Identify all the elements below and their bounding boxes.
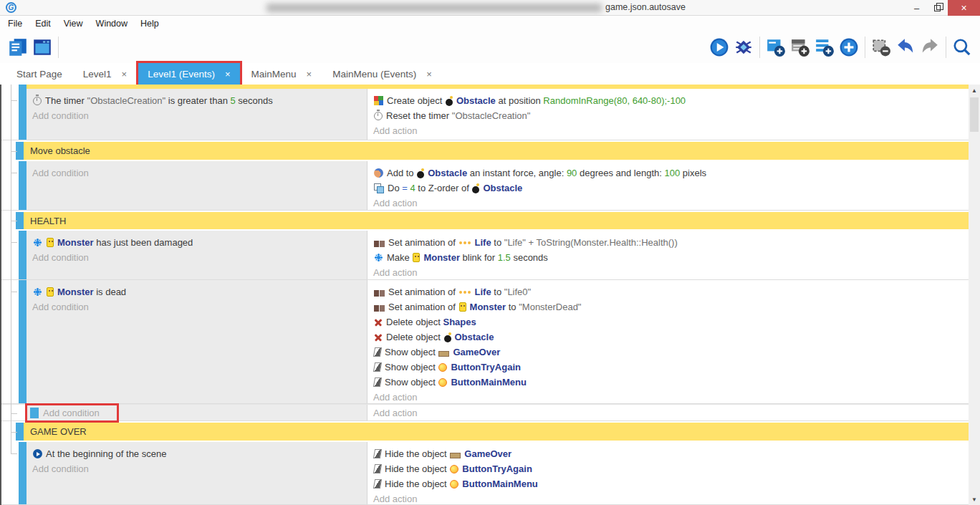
text-segment: Delete object — [386, 332, 443, 342]
toolbar-separator — [58, 37, 59, 58]
gear-icon — [33, 238, 42, 247]
event-handle[interactable] — [19, 442, 27, 504]
visibility-icon — [373, 377, 382, 387]
action-line[interactable]: Hide the object ButtonTryAgain — [373, 461, 970, 476]
event-handle[interactable] — [19, 280, 27, 403]
add-condition-button[interactable]: Add condition — [32, 250, 367, 265]
visibility-icon — [373, 479, 382, 489]
scrollbar-down-button[interactable]: ▼ — [969, 494, 980, 505]
group-header[interactable]: GAME OVER — [24, 423, 970, 441]
add-comment-button[interactable] — [812, 35, 837, 59]
bomb-icon — [446, 99, 453, 106]
add-action-button[interactable]: Add action — [373, 196, 970, 210]
action-line[interactable]: Reset the timer "ObstacleCreation" — [373, 108, 970, 123]
menu-help[interactable]: Help — [134, 16, 165, 32]
text-segment: Do — [388, 183, 402, 193]
vertical-scrollbar[interactable]: ▲ ▼ — [969, 85, 980, 505]
play-icon — [709, 37, 729, 57]
tab-close-icon[interactable]: × — [426, 69, 432, 80]
group-header[interactable]: HEALTH — [24, 212, 970, 229]
action-line[interactable]: Hide the object ButtonMainMenu — [373, 476, 970, 491]
add-event-button[interactable] — [764, 35, 788, 59]
condition-line[interactable]: The timer "ObstacleCreation" is greater … — [32, 93, 367, 108]
tab-level1-events[interactable]: Level1 (Events) × — [138, 63, 239, 85]
minimize-button[interactable]: – — [906, 0, 927, 16]
action-line[interactable]: Show object ButtonMainMenu — [373, 375, 970, 390]
conditions-panel: Add condition — [27, 161, 368, 210]
toolbar-separator — [759, 37, 760, 58]
add-condition-button[interactable]: Add condition — [32, 108, 367, 123]
event-rows: The timer "ObstacleCreation" is greater … — [1, 85, 970, 505]
event-handle[interactable] — [19, 89, 27, 140]
action-line[interactable]: Create object Obstacle at position Rando… — [373, 93, 970, 108]
tab-start-page[interactable]: Start Page — [7, 63, 72, 85]
action-line[interactable]: Delete object Shapes — [373, 314, 970, 330]
tab-close-icon[interactable]: × — [307, 69, 312, 80]
scrollbar-thumb[interactable] — [970, 97, 979, 132]
add-condition-button[interactable]: Add condition — [32, 461, 367, 476]
add-action-button[interactable]: Add action — [373, 390, 970, 403]
delete-event-button[interactable] — [869, 35, 893, 59]
play-button[interactable] — [707, 35, 731, 59]
condition-line[interactable]: Monster has just been damaged — [32, 235, 367, 250]
tab-close-icon[interactable]: × — [122, 69, 128, 80]
action-line[interactable]: Make Monster blink for 1.5 seconds — [373, 250, 970, 265]
restore-button[interactable] — [927, 0, 948, 16]
timer-icon — [374, 112, 383, 120]
add-condition-button[interactable]: Add condition — [43, 405, 100, 420]
action-line[interactable]: Set animation of Monster to "MonsterDead… — [373, 299, 970, 314]
action-line[interactable]: Show object ButtonTryAgain — [373, 360, 970, 375]
group-header[interactable]: Move obstacle — [24, 142, 970, 160]
undo-button[interactable] — [893, 35, 918, 59]
condition-line[interactable]: Monster is dead — [32, 284, 367, 299]
add-action-button[interactable]: Add action — [373, 123, 970, 138]
text-segment: to — [491, 287, 504, 297]
tree-tick — [11, 453, 17, 454]
actions-panel: Create object Obstacle at position Rando… — [368, 89, 970, 140]
tab-label: MainMenu (Events) — [332, 69, 416, 80]
menu-edit[interactable]: Edit — [29, 16, 57, 32]
menu-window[interactable]: Window — [90, 16, 134, 32]
action-line[interactable]: Add to Obstacle an instant force, angle:… — [373, 165, 970, 181]
action-line[interactable]: Set animation of Life to "Life" + ToStri… — [373, 235, 970, 250]
tree-tick — [11, 242, 17, 243]
add-condition-button[interactable]: Add condition — [32, 299, 367, 314]
event-handle[interactable] — [19, 161, 27, 210]
search-button[interactable] — [950, 35, 974, 59]
add-condition-button[interactable]: Add condition — [32, 165, 367, 181]
add-action-button[interactable]: Add action — [373, 405, 417, 420]
event-handle[interactable] — [30, 408, 39, 418]
tab-mainmenu-events[interactable]: MainMenu (Events) × — [323, 63, 441, 85]
close-button[interactable]: × — [948, 0, 980, 16]
condition-line[interactable]: At the beginning of the scene — [32, 446, 367, 461]
project-manager-button[interactable] — [6, 35, 30, 59]
menu-view[interactable]: View — [57, 16, 90, 32]
menu-file[interactable]: File — [1, 16, 29, 32]
redo-button[interactable] — [918, 35, 942, 59]
text-segment: to Z-order of — [415, 183, 472, 193]
window-controls: – × — [906, 0, 980, 16]
text-segment: Reset the timer — [386, 110, 452, 121]
event-handle[interactable] — [19, 231, 27, 279]
action-line[interactable]: Do = 4 to Z-order of Obstacle — [373, 181, 970, 196]
add-subevent-button[interactable] — [788, 35, 812, 59]
text-segment: Shapes — [443, 317, 476, 327]
add-new-button[interactable] — [837, 35, 861, 59]
debug-button[interactable] — [731, 35, 756, 59]
scene-editor-button[interactable] — [30, 35, 54, 59]
tab-mainmenu[interactable]: MainMenu × — [242, 63, 322, 85]
action-line[interactable]: Show object GameOver — [373, 345, 970, 360]
add-action-button[interactable]: Add action — [373, 265, 970, 279]
conditions-panel: The timer "ObstacleCreation" is greater … — [27, 89, 368, 140]
action-line[interactable]: Delete object Obstacle — [373, 330, 970, 345]
monster-icon — [47, 287, 54, 297]
action-line[interactable]: Hide the object GameOver — [373, 446, 970, 461]
delete-event-icon — [871, 37, 891, 57]
text-segment: an instant force, angle: — [467, 168, 567, 178]
tab-close-icon[interactable]: × — [225, 69, 231, 80]
add-action-button[interactable]: Add action — [373, 491, 970, 504]
scrollbar-up-button[interactable]: ▲ — [969, 85, 980, 96]
action-line[interactable]: Set animation of Life to "Life0" — [373, 284, 970, 299]
tab-level1[interactable]: Level1 × — [74, 63, 136, 85]
scroll-down-icon: ▼ — [971, 496, 977, 503]
